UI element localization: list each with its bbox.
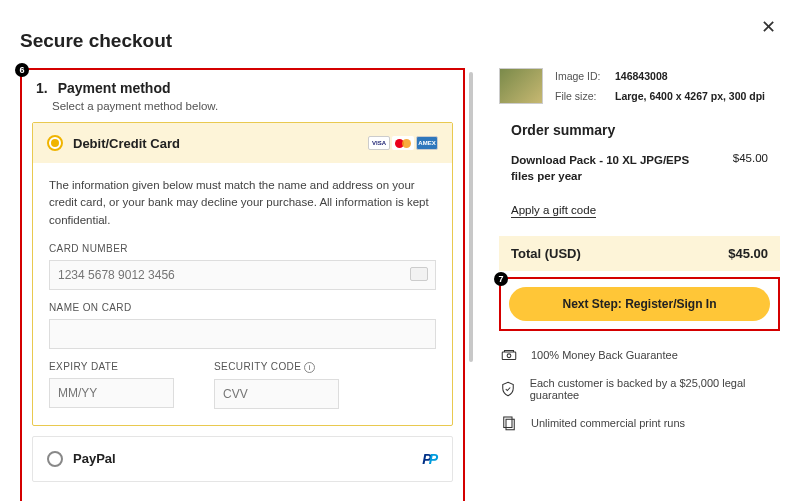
expiry-label: EXPIRY DATE [49, 361, 174, 372]
card-brand-icons: VISA AMEX [368, 136, 438, 150]
cvv-help-icon[interactable]: i [304, 362, 315, 373]
section-number: 1. [36, 80, 48, 96]
card-number-label: CARD NUMBER [49, 243, 436, 254]
order-item-desc: Download Pack - 10 XL JPG/EPS files per … [511, 152, 701, 184]
payment-subtitle: Select a payment method below. [22, 98, 463, 122]
guarantee-legal: Each customer is backed by a $25,000 leg… [530, 377, 780, 401]
svg-rect-0 [502, 352, 516, 360]
radio-paypal[interactable] [47, 451, 63, 467]
annotation-badge-7: 7 [494, 272, 508, 286]
shield-icon [499, 379, 518, 399]
credit-card-label: Debit/Credit Card [73, 136, 180, 151]
amex-icon: AMEX [416, 136, 438, 150]
expiry-input[interactable] [49, 378, 174, 408]
payment-section-highlight: 6 1. Payment method Select a payment met… [20, 68, 465, 501]
next-step-button[interactable]: Next Step: Register/Sign In [509, 287, 770, 321]
radio-credit-card[interactable] [47, 135, 63, 151]
credit-card-option[interactable]: Debit/Credit Card VISA AMEX The informat… [32, 122, 453, 426]
file-size-label: File size: [555, 90, 607, 102]
close-icon[interactable]: ✕ [761, 16, 776, 38]
guarantee-money-back: 100% Money Back Guarantee [531, 349, 678, 361]
total-label: Total (USD) [511, 246, 581, 261]
card-type-icon [410, 267, 428, 281]
next-step-highlight: 7 Next Step: Register/Sign In [499, 277, 780, 331]
section-title: Payment method [58, 80, 171, 96]
cvv-input[interactable] [214, 379, 339, 409]
image-id-label: Image ID: [555, 70, 607, 82]
cvv-label: SECURITY CODEi [214, 361, 339, 373]
page-title: Secure checkout [0, 0, 800, 68]
order-item-price: $45.00 [733, 152, 768, 184]
svg-point-1 [507, 354, 511, 358]
file-size-value: Large, 6400 x 4267 px, 300 dpi [615, 90, 765, 102]
billing-section-header[interactable]: 2. Billing details ︿ [22, 482, 463, 501]
visa-icon: VISA [368, 136, 390, 150]
svg-rect-3 [506, 419, 514, 430]
annotation-badge-6: 6 [15, 63, 29, 77]
card-number-input[interactable] [49, 260, 436, 290]
paypal-icon: PP [422, 451, 438, 467]
card-info-text: The information given below must match t… [49, 177, 436, 229]
money-back-icon [499, 345, 519, 365]
svg-rect-2 [504, 417, 512, 428]
order-summary-title: Order summary [511, 122, 768, 138]
total-value: $45.00 [728, 246, 768, 261]
gift-code-link[interactable]: Apply a gift code [511, 204, 596, 218]
name-on-card-label: NAME ON CARD [49, 302, 436, 313]
image-id-value: 146843008 [615, 70, 765, 82]
guarantee-print: Unlimited commercial print runs [531, 417, 685, 429]
paypal-label: PayPal [73, 451, 116, 466]
item-meta: Image ID: 146843008 File size: Large, 64… [499, 68, 780, 104]
paypal-option[interactable]: PayPal PP [32, 436, 453, 482]
name-on-card-input[interactable] [49, 319, 436, 349]
item-thumbnail [499, 68, 543, 104]
mastercard-icon [392, 136, 414, 150]
payment-section-header: 1. Payment method [22, 70, 463, 98]
print-icon [499, 413, 519, 433]
